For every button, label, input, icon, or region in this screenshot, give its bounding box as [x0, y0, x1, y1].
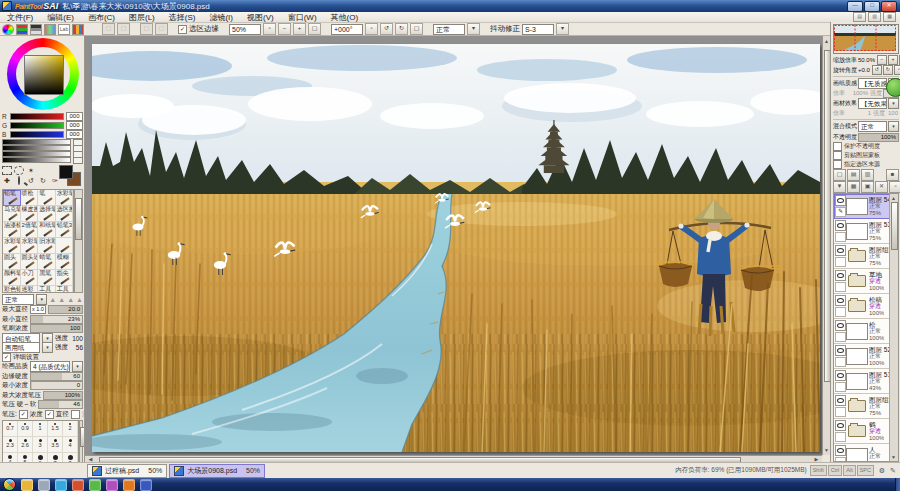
nav-zoom-in-button[interactable]: +: [888, 55, 898, 65]
taskbar-app-icon[interactable]: [89, 479, 101, 491]
document-tab[interactable]: 过程稿.psd 50%: [87, 464, 167, 478]
menu-item[interactable]: 画布(C): [81, 12, 122, 23]
layer-list-scrollbar[interactable]: ▲ ▼: [889, 194, 898, 461]
layer-row[interactable]: ✎ 松稿 穿透 100%: [834, 294, 890, 319]
magic-wand-icon[interactable]: ✶: [26, 166, 36, 175]
brush-size-preset[interactable]: 2.3: [3, 437, 18, 453]
taskbar-app-icon[interactable]: [106, 479, 118, 491]
paint-target-box[interactable]: ✎: [835, 307, 846, 317]
panel-toggle-right-icon[interactable]: ▥: [868, 12, 881, 22]
brush-tool[interactable]: 指尖: [56, 270, 74, 286]
rect-select-icon[interactable]: [2, 166, 12, 175]
scroll-down-icon[interactable]: ▼: [890, 454, 897, 460]
layer-row[interactable]: ✎ 图层 51 正常 43%: [834, 369, 890, 394]
visibility-toggle[interactable]: [835, 345, 846, 356]
redo-button[interactable]: ▢: [117, 23, 130, 35]
brush-tool[interactable]: 笔: [38, 190, 56, 206]
brush-size-preset[interactable]: 4: [63, 437, 78, 453]
menu-item[interactable]: 编辑(E): [40, 12, 81, 23]
brush-tool[interactable]: 水彩笔9色: [3, 238, 21, 254]
brush-size-preset[interactable]: 2.6: [18, 437, 33, 453]
zoom-fit-button[interactable]: ▢: [308, 23, 321, 35]
layer-row[interactable]: ✎ 人 正常 100%: [834, 444, 890, 462]
settings-gear-icon[interactable]: ⚙: [877, 466, 887, 476]
taskbar-app-icon[interactable]: [38, 479, 50, 491]
visibility-toggle[interactable]: [835, 270, 846, 281]
menu-item[interactable]: 窗口(W): [281, 12, 324, 23]
scroll-up-icon[interactable]: ▲: [823, 38, 830, 44]
brush-size-preset[interactable]: 4: [3, 453, 18, 462]
brush-tool[interactable]: 圆头: [3, 254, 21, 270]
undo-button[interactable]: ▢: [102, 23, 115, 35]
brush-tool[interactable]: 旧水彩: [38, 238, 56, 254]
brush-tool[interactable]: 铅笔: [3, 190, 21, 206]
pressure-slider[interactable]: 46: [38, 400, 83, 409]
brush-tool[interactable]: 马克笔: [3, 206, 21, 222]
paper-effect-select[interactable]: 【无效果】: [858, 98, 887, 109]
layer-row[interactable]: ✎ 图层 52 正常 100%: [834, 344, 890, 369]
taskbar-app-icon[interactable]: [72, 479, 84, 491]
brush-size-preset[interactable]: 1.5: [48, 421, 63, 437]
min-density-slider[interactable]: 0: [30, 381, 83, 390]
menu-item[interactable]: 图层(L): [122, 12, 162, 23]
brush-tool[interactable]: 铅笔30: [56, 222, 74, 238]
size-grid-scrollbar[interactable]: [79, 420, 83, 462]
nav-rotate-reset-button[interactable]: ▫: [894, 65, 900, 75]
rgb-slider-panel-icon[interactable]: [16, 24, 28, 35]
pressure-density-checkbox[interactable]: ✓: [19, 410, 28, 419]
close-button[interactable]: ✕: [881, 1, 897, 12]
panel-toggle-left-icon[interactable]: ▤: [853, 12, 866, 22]
brush-shape-4-icon[interactable]: ▲: [76, 295, 83, 304]
visibility-toggle[interactable]: [835, 370, 846, 381]
visibility-toggle[interactable]: [835, 295, 846, 306]
pressure-diameter-checkbox[interactable]: ✓: [45, 410, 54, 419]
brush-blend-dropdown-icon[interactable]: ▾: [36, 294, 47, 305]
min-diameter-slider[interactable]: 23%: [30, 315, 83, 324]
red-slider[interactable]: [10, 113, 64, 120]
layer-row[interactable]: ✎ 图层组5 拷贝 正常 75%: [834, 244, 890, 269]
brush-shape-1-icon[interactable]: ▲: [49, 295, 56, 304]
canvas-document[interactable]: [92, 44, 820, 452]
lasso-icon[interactable]: [14, 166, 24, 175]
brush-size-preset[interactable]: 5: [18, 453, 33, 462]
zoom-tool-icon[interactable]: [14, 176, 24, 185]
layer-option[interactable]: 剪贴图层蒙板: [833, 151, 899, 160]
paint-mode-dropdown-icon[interactable]: ▾: [467, 23, 480, 35]
brush-tool[interactable]: 模糊: [56, 254, 74, 270]
clear-layer-button[interactable]: ▫: [889, 181, 900, 193]
saturation-value-picker[interactable]: [24, 55, 64, 95]
stabilizer-dropdown-icon[interactable]: ▾: [556, 23, 569, 35]
nav-rotate-ccw-button[interactable]: ↺: [872, 65, 882, 75]
menu-item[interactable]: 选择(S): [162, 12, 203, 23]
paint-target-box[interactable]: ✎: [835, 207, 846, 217]
menu-item[interactable]: 其他(O): [324, 12, 366, 23]
rotate-reset-button[interactable]: ▫: [365, 23, 378, 35]
selection-edge-toggle[interactable]: ✓ 选区边缘: [178, 24, 219, 34]
layer-row[interactable]: ✎ 鹤 穿透 100%: [834, 419, 890, 444]
menu-item[interactable]: 文件(F): [0, 12, 40, 23]
visibility-toggle[interactable]: [835, 420, 846, 431]
duplicate-layer-button[interactable]: ▣: [861, 181, 874, 193]
brush-tool[interactable]: [56, 238, 74, 254]
visibility-toggle[interactable]: [835, 220, 846, 231]
custom-slider-4-box[interactable]: [73, 157, 83, 164]
visibility-toggle[interactable]: [835, 320, 846, 331]
paper-texture-select[interactable]: 【无质感】: [858, 78, 887, 89]
paper-effect-dropdown-icon[interactable]: ▾: [888, 98, 899, 109]
canvas-horizontal-scrollbar[interactable]: ◀ ▶: [85, 455, 822, 462]
start-button[interactable]: [3, 478, 16, 491]
deselect-button[interactable]: ▢: [140, 23, 153, 35]
move-tool-icon[interactable]: ✚: [2, 176, 12, 185]
navigator-thumbnail[interactable]: [833, 24, 899, 54]
visibility-toggle[interactable]: [835, 245, 846, 256]
opacity-slider[interactable]: 100%: [858, 133, 899, 142]
invert-selection-button[interactable]: ▢: [155, 23, 168, 35]
color-wheel[interactable]: [7, 38, 79, 110]
paint-target-box[interactable]: ✎: [835, 332, 846, 342]
brush-tool[interactable]: 水彩笔: [56, 190, 74, 206]
paint-target-box[interactable]: ✎: [835, 357, 846, 367]
zoom-out-button[interactable]: −: [278, 23, 291, 35]
primary-color-swatch[interactable]: [59, 165, 73, 179]
brush-shape-3-icon[interactable]: ▲: [67, 295, 74, 304]
rotate-ccw-button[interactable]: ↺: [380, 23, 393, 35]
